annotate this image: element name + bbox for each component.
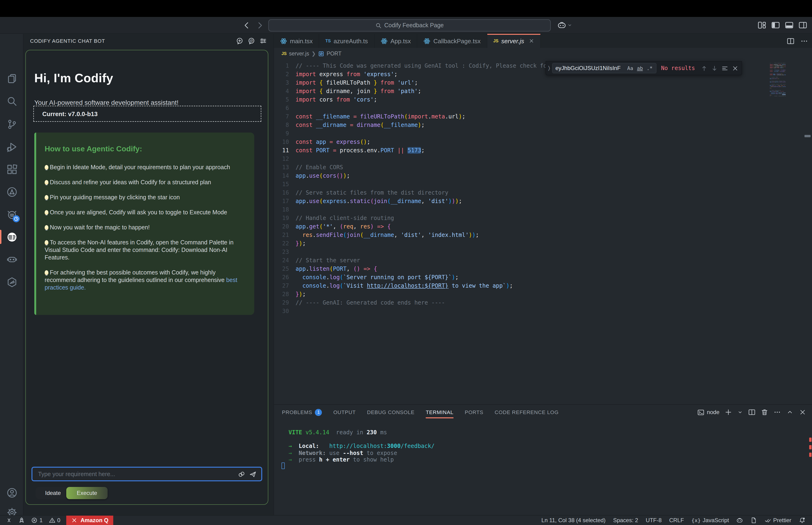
errors-count[interactable]: 1 [31,515,43,525]
command-center-search[interactable]: Codify Feedback Page [268,19,551,31]
previous-match-icon[interactable] [701,65,708,72]
code-line[interactable]: 9 [274,129,812,138]
panel-tab-output[interactable]: OUTPUT [333,405,356,420]
next-match-icon[interactable] [711,65,718,72]
requirement-input[interactable] [37,470,238,478]
activity-item-explorer[interactable] [0,67,24,90]
send-icon[interactable] [249,470,257,478]
notifications-bell[interactable] [799,515,806,525]
activity-item-codify-chat[interactable] [0,226,24,248]
code-line[interactable]: 28}); [274,290,812,298]
match-case-toggle[interactable]: Aa [626,63,634,73]
find-input[interactable]: eyJhbGciOiJSUzI1NiIsInF Aaab.* [552,63,657,73]
code-line[interactable]: 30 [274,307,812,315]
code-line[interactable]: 4import { dirname, join } from 'path'; [274,87,812,95]
code-line[interactable]: 23 [274,248,812,256]
execute-mode-button[interactable]: Execute [66,487,108,499]
code-line[interactable]: 3import { fileURLToPath } from 'url'; [274,78,812,87]
copilot-menu[interactable] [557,21,572,30]
terminal-output[interactable]: VITE v5.4.14 ready in 230 ms → Local: ht… [289,429,434,463]
warnings-count[interactable]: 0 [49,515,60,525]
code-line[interactable]: 8const __dirname = dirname(__filename); [274,121,812,129]
whole-word-toggle[interactable]: ab [635,63,644,73]
activity-item-accounts[interactable] [0,481,24,504]
code-line[interactable]: 10const app = express(); [274,138,812,146]
code-line[interactable]: 18 [274,205,812,214]
remote-indicator[interactable] [6,515,12,525]
copilot-status[interactable] [737,515,743,525]
more-actions-icon[interactable] [800,37,808,45]
toggle-primary-sidebar-icon[interactable] [771,21,780,30]
regex-toggle[interactable]: .* [645,63,654,73]
find-in-selection-icon[interactable] [721,65,729,72]
code-line[interactable]: 11const PORT = process.env.PORT || 5173; [274,146,812,155]
toggle-replace-icon[interactable]: 〉 [546,62,552,74]
split-editor-icon[interactable] [787,37,795,45]
chat-settings-icon[interactable] [259,37,267,45]
forward-button[interactable] [255,21,264,30]
ideate-mode-button[interactable]: Ideate [36,487,70,499]
code-line[interactable]: 26 console.log(`Server running on port $… [274,273,812,282]
prettier-status[interactable]: Prettier [765,515,791,525]
code-editor[interactable]: 1// ---- This Code was generated using G… [274,62,812,404]
code-line[interactable]: 15 [274,180,812,189]
close-panel-icon[interactable] [799,408,806,416]
code-line[interactable]: 17app.use(express.static(join(__dirname,… [274,197,812,205]
panel-tab-terminal[interactable]: TERMINAL [426,405,454,420]
panel-tab-debug-console[interactable]: DEBUG CONSOLE [367,405,414,420]
new-chat-icon[interactable] [236,37,243,45]
close-find-icon[interactable] [732,65,739,72]
new-terminal-icon[interactable] [724,408,732,416]
code-line[interactable]: 19// Handle client-side routing [274,214,812,222]
toggle-secondary-sidebar-icon[interactable] [798,21,807,30]
tab-CallbackPage.tsx[interactable]: CallbackPage.tsx [417,34,487,48]
code-line[interactable]: 5import cors from 'cors'; [274,95,812,104]
split-terminal-icon[interactable] [748,408,756,416]
code-line[interactable]: 21 res.sendFile(join(__dirname, 'dist', … [274,231,812,239]
code-line[interactable]: 6 [274,104,812,112]
code-line[interactable]: 22}); [274,239,812,248]
code-line[interactable]: 16// Serve static files from the dist di… [274,189,812,197]
activity-item-extensions[interactable] [0,158,24,180]
activity-item-search[interactable] [0,90,24,112]
panel-tab-code-reference-log[interactable]: CODE REFERENCE LOG [494,405,558,420]
chat-mention-icon[interactable]: @ [248,37,255,45]
scrollbar-marker[interactable] [805,135,811,137]
language-mode[interactable]: {x}JavaScript [691,515,729,525]
activity-item-run-and-debug[interactable] [0,135,24,158]
best-practices-link[interactable]: best practices guide. [45,277,237,291]
encoding[interactable]: UTF-8 [646,515,662,525]
kill-terminal-icon[interactable] [761,408,768,416]
code-line[interactable]: 20app.get('*', (req, res) => { [274,222,812,231]
activity-item-source-control[interactable] [0,113,24,135]
back-button[interactable] [242,21,251,30]
indentation[interactable]: Spaces: 2 [613,515,638,525]
toggle-panel-icon[interactable] [785,21,794,30]
activity-item-live-share[interactable] [0,180,24,203]
eol-sequence[interactable]: CRLF [669,515,684,525]
tab-server.js[interactable]: JSserver.js [487,34,541,48]
tab-App.tsx[interactable]: App.tsx [374,34,417,48]
activity-item-ai-assistant[interactable] [0,248,24,270]
panel-tab-ports[interactable]: PORTS [465,405,483,420]
activity-item-history-bot[interactable] [0,203,24,226]
panel-more-icon[interactable] [773,408,781,416]
code-line[interactable]: 24// Start the server [274,256,812,265]
terminal-instance[interactable]: node [698,409,719,416]
close-icon[interactable] [529,38,535,44]
code-line[interactable]: 12 [274,155,812,163]
code-line[interactable]: 13// Enable CORS [274,163,812,171]
code-line[interactable]: 7const __filename = fileURLToPath(import… [274,112,812,121]
tab-azureAuth.ts[interactable]: TSazureAuth.ts [319,34,374,48]
terminal-dropdown-icon[interactable] [737,409,743,415]
minimap[interactable]: // ---- This Code was generated using Ge… [770,62,786,119]
code-line[interactable]: 14app.use(cors()); [274,171,812,180]
code-line[interactable]: 29// ---- GenAI: Generated code ends her… [274,298,812,307]
maximize-panel-icon[interactable] [786,408,794,416]
editor-doc-status[interactable] [751,515,757,525]
attach-context-icon[interactable] [238,470,245,478]
code-line[interactable]: 25app.listen(PORT, () => { [274,265,812,273]
code-line[interactable]: 27 console.log(`Visit http://localhost:$… [274,282,812,290]
tab-main.tsx[interactable]: main.tsx [274,34,319,48]
panel-tab-problems[interactable]: PROBLEMS1 [282,405,322,420]
